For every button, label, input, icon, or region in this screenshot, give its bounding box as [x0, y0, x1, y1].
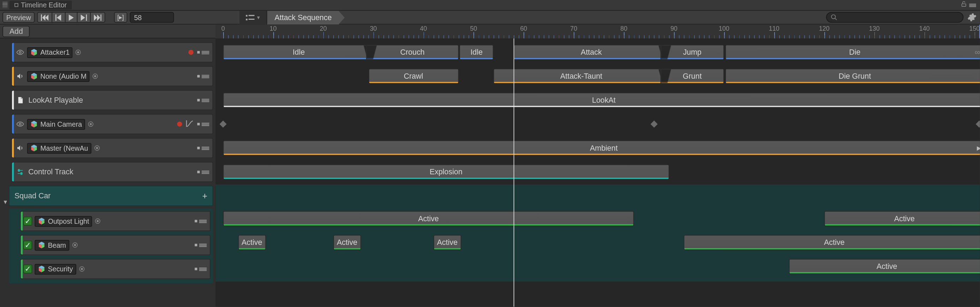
track-lane[interactable]: Active: [223, 256, 972, 276]
track-header[interactable]: ✓Outpost Light: [20, 211, 210, 231]
track-lane[interactable]: ActiveActive: [223, 208, 972, 229]
track-options-icon[interactable]: [199, 220, 207, 223]
clip[interactable]: Jump: [660, 45, 724, 60]
track-header[interactable]: Master (NewAu: [11, 138, 213, 158]
curves-icon[interactable]: [186, 119, 194, 129]
keyframe[interactable]: [220, 121, 227, 128]
clip[interactable]: Active: [434, 235, 461, 250]
track-header[interactable]: Control Track: [11, 162, 213, 182]
preview-button[interactable]: Preview: [2, 12, 35, 22]
binding-field[interactable]: Master (NewAu: [27, 143, 91, 153]
track-lane[interactable]: LookAt: [223, 90, 972, 110]
settings-button[interactable]: [966, 12, 977, 23]
binding-field[interactable]: Beam: [35, 240, 69, 250]
frame-input[interactable]: [130, 12, 174, 22]
drag-handle[interactable]: [2, 2, 7, 8]
track-group-header[interactable]: Squad Car+: [9, 186, 213, 206]
track-options-icon[interactable]: [199, 267, 207, 270]
clip[interactable]: Crawl: [368, 69, 458, 84]
add-track-icon[interactable]: +: [202, 191, 208, 201]
group-foldout-icon[interactable]: ▼: [2, 199, 8, 205]
add-button[interactable]: Add: [2, 25, 30, 37]
track-lane[interactable]: ActiveActiveActiveActive: [223, 232, 972, 253]
picker-icon[interactable]: [70, 242, 79, 248]
clip[interactable]: Ambient▶: [223, 140, 980, 156]
track-lane[interactable]: Explosion: [223, 162, 972, 182]
keyframe[interactable]: [650, 121, 657, 128]
clip[interactable]: Active: [223, 211, 634, 226]
goto-end-button[interactable]: [90, 12, 105, 22]
picker-icon[interactable]: [91, 73, 100, 80]
track-lane[interactable]: IdleCrouchIdleAttackJumpDie∞: [223, 42, 972, 62]
binding-field[interactable]: None (Audio M: [27, 71, 90, 81]
clip[interactable]: Active: [333, 235, 361, 250]
track-header[interactable]: ✓Security: [20, 259, 210, 279]
binding-field[interactable]: Main Camera: [27, 119, 85, 129]
clip[interactable]: LookAt: [223, 92, 980, 108]
ruler[interactable]: 0102030405060708090100110120130140150: [215, 25, 980, 38]
track-options-icon[interactable]: [202, 170, 209, 173]
prev-frame-button[interactable]: [52, 12, 65, 22]
visibility-icon[interactable]: [16, 120, 25, 128]
record-button[interactable]: [189, 50, 194, 55]
binding-field[interactable]: Security: [35, 264, 76, 274]
lock-icon[interactable]: [960, 1, 967, 10]
track-options-icon[interactable]: [202, 122, 209, 126]
clip[interactable]: Attack-Taunt: [493, 69, 669, 84]
clip[interactable]: Idle: [460, 45, 493, 60]
track-header[interactable]: None (Audio M: [11, 66, 213, 86]
clip-area[interactable]: IdleCrouchIdleAttackJumpDie∞CrawlAttack-…: [215, 38, 980, 307]
track-header[interactable]: Attacker1: [11, 42, 213, 62]
enable-checkbox[interactable]: ✓: [23, 217, 32, 226]
clip[interactable]: Active: [824, 211, 980, 226]
binding-field[interactable]: Outpost Light: [35, 216, 92, 226]
clip-fade-in[interactable]: [661, 46, 678, 59]
clip-fade-in[interactable]: [661, 69, 678, 83]
track-lane[interactable]: [223, 114, 972, 134]
frame-field[interactable]: [134, 13, 169, 21]
play-range-button[interactable]: [▸]: [114, 12, 127, 22]
search-field[interactable]: [840, 13, 959, 22]
clip[interactable]: Idle: [223, 45, 375, 60]
enable-checkbox[interactable]: ✓: [23, 241, 32, 250]
breadcrumb-root-icon[interactable]: ▾: [239, 10, 267, 24]
enable-checkbox[interactable]: ✓: [23, 265, 32, 274]
clip[interactable]: Active: [684, 235, 980, 250]
picker-icon[interactable]: [92, 145, 101, 151]
context-menu-icon[interactable]: [969, 2, 976, 8]
track-lane[interactable]: Ambient▶: [223, 138, 972, 158]
track-options-icon[interactable]: [202, 75, 209, 78]
clip[interactable]: Crouch: [366, 45, 458, 60]
track-options-icon[interactable]: [202, 51, 209, 54]
track-options-icon[interactable]: [202, 99, 209, 102]
breadcrumb-asset[interactable]: Attack Sequence: [267, 10, 339, 24]
clip-fade-in[interactable]: [367, 46, 383, 59]
track-header[interactable]: Main Camera: [11, 114, 213, 134]
goto-start-button[interactable]: [37, 12, 52, 22]
binding-field[interactable]: Attacker1: [27, 47, 73, 57]
track-header[interactable]: LookAt Playable: [11, 90, 213, 110]
next-frame-button[interactable]: [77, 12, 90, 22]
clip[interactable]: Die Grunt: [725, 69, 980, 84]
keyframe[interactable]: [976, 121, 980, 128]
clip[interactable]: Die∞: [725, 45, 980, 60]
clip[interactable]: Grunt: [660, 69, 724, 84]
clip[interactable]: Attack: [514, 45, 669, 60]
picker-icon[interactable]: [77, 266, 86, 272]
picker-icon[interactable]: [94, 218, 102, 224]
track-header[interactable]: ✓Beam: [20, 235, 210, 255]
track-options-icon[interactable]: [202, 146, 209, 150]
clip[interactable]: Explosion: [223, 164, 669, 180]
playhead[interactable]: [514, 38, 514, 307]
visibility-icon[interactable]: [16, 48, 25, 56]
clip[interactable]: Active: [789, 259, 980, 274]
track-lane[interactable]: CrawlAttack-TauntGruntDie Grunt: [223, 66, 972, 86]
picker-icon[interactable]: [74, 49, 83, 56]
clip[interactable]: Active: [238, 235, 266, 250]
search-input[interactable]: [826, 12, 963, 22]
play-button[interactable]: [65, 12, 77, 22]
picker-icon[interactable]: [86, 121, 95, 127]
window-tab[interactable]: Timeline Editor: [10, 1, 72, 10]
record-button[interactable]: [177, 122, 182, 127]
track-options-icon[interactable]: [199, 243, 207, 247]
